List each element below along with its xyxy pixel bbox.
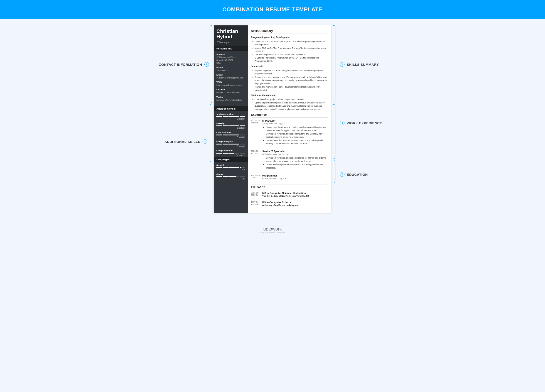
programming-list: Developed and built 20+ mobile apps and … [251,40,328,63]
education-container: 2001-09 - 2002-06MS in Computer Science,… [251,192,328,208]
resume-sidebar: ChristianHybrid IT Manager Personal Info… [214,25,248,213]
summary-bullet: 8+ years experience in team management (… [254,69,328,76]
skill-item: CRM platformsProficient [214,130,248,139]
exp-bullet: Suppervised the IT team in creating mobi… [266,126,328,132]
skills-container: Adobe PhotoshopExcellentInDesignExcellen… [214,111,248,157]
skill-item: Google AdWordsAdvanced [214,148,248,157]
phone-value: 202 555 0177 [217,69,245,72]
callout-text: CONTACT INFORMATION [159,63,202,66]
resume-main: Skills Summary Programming and App Devel… [248,25,331,213]
heading-experience: Experience [251,112,328,118]
subheading-leadership: Leadership [251,65,328,68]
exp-dates: 2012-03 - present [251,119,262,146]
callout-addskills: ADDITIONAL SKILLS 3 [164,139,209,144]
skill-level: Excellent [217,127,245,129]
business-list: Coordinated 20+ projects with a budget o… [251,98,328,111]
bracket-addskills [210,104,212,162]
exp-bullet: Cooperated with procurement teams in opt… [266,163,328,169]
experience-row: 2006-08 - 2012-02Senior IT SpecialistBCD… [251,150,328,172]
footer-brand: uptowork [0,226,545,232]
language-level: C1 [217,169,245,171]
callout-text: SKILLS SUMMARY [347,63,379,66]
callout-contact: CONTACT INFORMATION 1 [159,62,211,67]
linkedin-value: linkedin.com/in/chris-hybrid [217,91,245,94]
callout-workexp: WORK EXPERIENCE 4 [338,121,382,125]
www-value: futureisnow.chrishybrid.com [217,84,245,87]
exp-bullet: Developed, reviewed, and tested websites… [266,156,328,163]
language-level: B2 [217,178,245,180]
page-header: COMBINATION RESUME TEMPLATE [0,0,545,19]
label-email: E-mail [217,74,245,76]
section-header-languages: Languages [214,157,248,162]
language-item: SpanishC1 [214,162,248,171]
summary-bullet: 15+ years experience in C/C++, Cocoa, an… [254,53,328,56]
language-item: GermanB2 [214,171,248,180]
exp-dates: 2002-09 - 2005-12 [251,174,262,181]
edu-dates: 2001-09 - 2002-06 [251,192,262,197]
label-linkedin: LinkedIn [217,89,245,91]
skill-name: Adobe Photoshop [217,113,245,115]
summary-bullet: Optimized procurement processes to reduc… [254,101,328,104]
heading-education: Education [251,184,328,190]
summary-bullet: Developed and built 20+ mobile apps and … [254,40,328,47]
skill-level: Proficient [217,136,245,138]
summary-bullet: Coordinated 20+ projects with a budget o… [254,98,328,101]
section-header-skills: Additional skills [214,106,248,111]
first-name: Christian [217,28,238,34]
exp-role: Programmer [262,174,328,177]
exp-bullet: Developed, reviewed, and tested innovati… [266,132,328,139]
callout-number: 4 [340,121,345,125]
callout-number: 5 [340,172,345,177]
summary-bullet: C Certified Professional Programmer (200… [254,56,328,63]
edu-school: University of California, Berkeley, CA [262,204,328,206]
language-name: German [217,173,245,175]
label-phone: Phone [217,66,245,68]
exp-company: Apple, New York City, NJ [262,122,328,125]
resume-document: ChristianHybrid IT Manager Personal Info… [214,25,331,213]
experience-row: 2002-09 - 2005-12ProgrammerOracle, Redwo… [251,174,328,182]
summary-bullet: Trained and mentored 50+ junior develope… [254,85,328,92]
exp-company: BCD M&E, New York City, NJ [262,153,328,155]
skill-name: Google Analytics [217,140,245,143]
skill-name: CRM platforms [217,131,245,134]
label-twitter: Twitter [217,96,245,98]
callout-text: ADDITIONAL SKILLS [164,140,200,144]
edu-dates: 1997-09 - 2001-06 [251,201,262,206]
callout-text: EDUCATION [347,173,368,176]
email-value: christian.w.hybrid@gmail.com [217,76,245,79]
skill-level: Proficient [217,145,245,147]
footer-subtitle: YOUR RESUME BUILDER [0,231,545,233]
skill-level: Advanced [217,154,245,156]
summary-bullet: Designed and implemented a new IT manage… [254,76,328,85]
leadership-list: 8+ years experience in team management (… [251,69,328,92]
skill-name: Google AdWords [217,150,245,152]
callout-summary: SKILLS SUMMARY 2 [338,62,379,67]
heading-skills-summary: Skills Summary [251,28,328,34]
skill-item: Adobe PhotoshopExcellent [214,111,248,121]
callout-education: EDUCATION 5 [338,172,368,177]
exp-bullet: Guided talent that provides technical su… [266,139,328,145]
twitter-value: twitter.com/chrishybridofficial [217,99,245,102]
personal-info-block: Address970 Drummond StreetNewark, NJ 071… [214,51,248,106]
edu-degree: BS in Computer Science [262,201,328,204]
label-www: WWW [217,81,245,83]
skill-name: InDesign [217,122,245,125]
address-line: Newark, NJ 07102 [217,59,245,62]
summary-bullet: Successfully cooperated with sales and m… [254,104,328,111]
exp-company: Oracle, Redwood City, CA [262,177,328,180]
header-title: COMBINATION RESUME TEMPLATE [223,6,323,12]
bracket-education [333,160,335,183]
edu-degree: MS in Computer Science, Distinction [262,192,328,194]
subheading-programming: Programming and App Development [251,36,328,39]
skill-item: Google AnalyticsProficient [214,139,248,148]
last-name: Hybrid [217,34,232,39]
footer: uptowork YOUR RESUME BUILDER [0,222,545,238]
callout-text: WORK EXPERIENCE [347,121,382,125]
edu-school: The City College of New York, New York C… [262,195,328,197]
languages-container: SpanishC1GermanB2 [214,162,248,180]
education-row: 1997-09 - 2001-06BS in Computer ScienceU… [251,201,328,208]
subheading-business: Business Management [251,94,328,96]
language-name: Spanish [217,164,245,166]
label-address: Address [217,53,245,55]
skill-level: Excellent [217,118,245,120]
